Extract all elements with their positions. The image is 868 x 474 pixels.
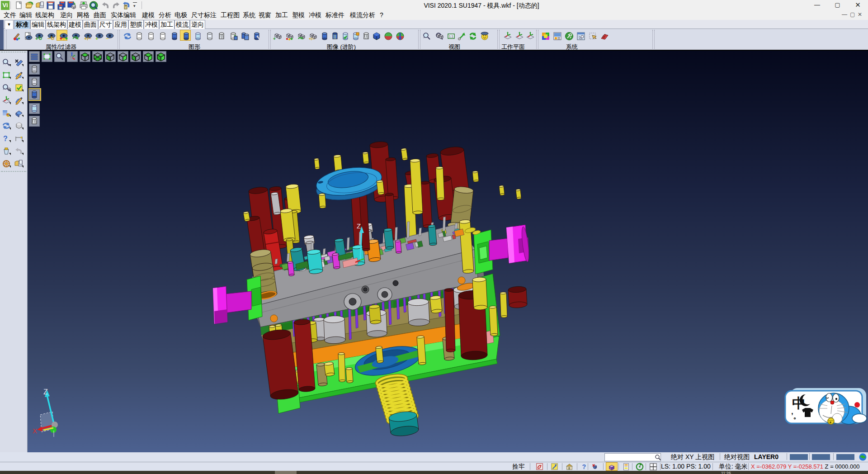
svg-text:’。: ’。 — [791, 412, 801, 420]
svg-text:X: X — [33, 427, 37, 435]
svg-text:Z: Z — [43, 388, 48, 396]
svg-text:Z: Z — [357, 222, 361, 230]
